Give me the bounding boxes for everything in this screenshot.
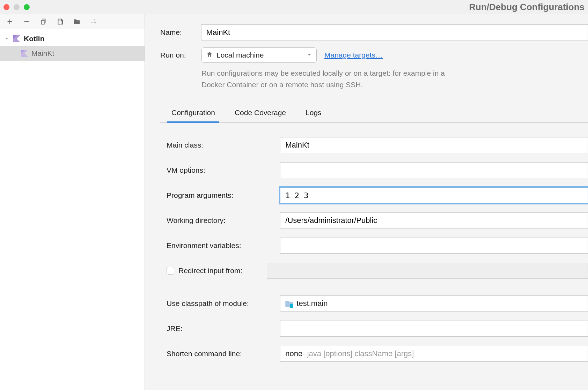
sidebar: Kotlin MainKt xyxy=(0,14,145,390)
runon-label: Run on: xyxy=(160,51,201,59)
main-class-input[interactable] xyxy=(280,137,588,153)
tree-item-label: MainKt xyxy=(31,49,54,58)
program-args-label: Program arguments: xyxy=(167,191,280,200)
kotlin-icon xyxy=(13,35,21,43)
runon-select[interactable]: Local machine xyxy=(201,47,317,63)
main-class-label: Main class: xyxy=(167,141,280,149)
tree-group-label: Kotlin xyxy=(24,35,44,43)
kotlin-icon xyxy=(20,49,29,58)
runon-value: Local machine xyxy=(216,51,264,59)
tree-group-kotlin[interactable]: Kotlin xyxy=(0,31,145,46)
vm-options-label: VM options: xyxy=(167,166,280,174)
sidebar-toolbar xyxy=(0,14,145,29)
module-icon xyxy=(285,300,293,307)
env-vars-label: Environment variables: xyxy=(167,241,280,250)
save-config-button[interactable] xyxy=(55,17,65,27)
home-icon xyxy=(206,51,213,60)
chevron-down-icon xyxy=(3,35,10,43)
classpath-value: test.main xyxy=(296,299,328,308)
name-input[interactable] xyxy=(201,24,588,40)
add-config-button[interactable] xyxy=(5,17,15,27)
working-dir-label: Working directory: xyxy=(167,216,280,225)
program-args-input[interactable] xyxy=(280,187,588,203)
tab-configuration[interactable]: Configuration xyxy=(170,104,216,122)
chevron-down-icon xyxy=(307,51,312,59)
shorten-value: none xyxy=(285,349,302,358)
minimize-window-button[interactable] xyxy=(14,4,20,10)
remove-config-button[interactable] xyxy=(22,17,31,27)
config-form: Main class: VM options: Program argument… xyxy=(160,123,588,366)
tree-item-mainkt[interactable]: MainKt xyxy=(0,46,145,61)
redirect-checkbox[interactable] xyxy=(167,267,174,275)
manage-targets-link[interactable]: Manage targets… xyxy=(324,51,383,59)
working-dir-input[interactable] xyxy=(280,212,588,228)
copy-config-button[interactable] xyxy=(38,17,48,27)
tabs: Configuration Code Coverage Logs xyxy=(160,104,588,123)
folder-button[interactable] xyxy=(72,17,82,27)
classpath-select[interactable]: test.main xyxy=(280,295,588,312)
shorten-suffix: - java [options] className [args] xyxy=(302,349,414,358)
redirect-label: Redirect input from: xyxy=(178,267,242,275)
classpath-label: Use classpath of module: xyxy=(167,299,280,308)
config-tree: Kotlin MainKt xyxy=(0,29,145,390)
window-title: Run/Debug Configurations xyxy=(469,2,585,13)
window-controls xyxy=(3,4,30,10)
tab-logs[interactable]: Logs xyxy=(304,104,323,122)
env-vars-input[interactable] xyxy=(280,238,588,254)
jre-input[interactable] xyxy=(280,321,588,337)
shorten-select[interactable]: none - java [options] className [args] xyxy=(280,346,588,362)
redirect-input xyxy=(267,263,588,279)
jre-label: JRE: xyxy=(167,324,280,333)
runon-hint: Run configurations may be executed local… xyxy=(201,68,453,90)
close-window-button[interactable] xyxy=(3,4,9,10)
tab-code-coverage[interactable]: Code Coverage xyxy=(233,104,287,122)
maximize-window-button[interactable] xyxy=(24,4,30,10)
main-panel: Name: Run on: Local machine Manage targe… xyxy=(145,14,588,390)
sort-button[interactable] xyxy=(89,17,98,27)
shorten-label: Shorten command line: xyxy=(167,350,280,358)
vm-options-input[interactable] xyxy=(280,162,588,178)
name-label: Name: xyxy=(160,28,201,37)
titlebar: Run/Debug Configurations xyxy=(0,0,588,14)
